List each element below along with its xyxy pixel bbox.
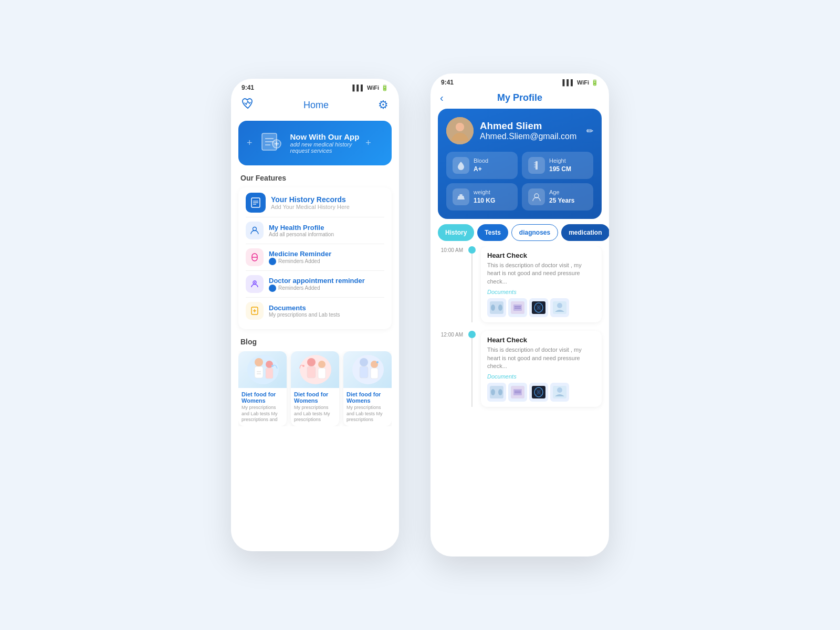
doc-thumb-1-1[interactable] (487, 298, 506, 317)
time-2: 12:00 AM (438, 331, 463, 407)
gear-icon[interactable]: ⚙ (378, 98, 388, 112)
history-entry-2: 12:00 AM Heart Check This is description… (438, 331, 602, 407)
tab-diagnoses[interactable]: diagnoses (511, 224, 558, 241)
feature-block: Your History Records Add Your Medical Hi… (238, 187, 392, 329)
blood-value: A+ (474, 165, 482, 173)
timeline-line-1 (471, 254, 472, 322)
blog-card-img-1 (238, 351, 287, 388)
home-title: Home (303, 100, 329, 111)
edit-profile-button[interactable]: ✏ (586, 126, 593, 136)
stat-blood: Blood A+ (446, 152, 518, 179)
svg-point-64 (498, 389, 502, 395)
tab-tests[interactable]: Tests (477, 224, 508, 241)
doc-thumb-1-2[interactable] (508, 298, 527, 317)
blog-section: Diet food for Womens My prescriptions an… (231, 348, 399, 429)
features-section-label: Our Features (231, 169, 399, 184)
feature-item-medicine-reminder[interactable]: Medicine Reminder Reminders Added (246, 244, 384, 270)
history-scroll[interactable]: 10:00 AM Heart Check This is description… (430, 246, 609, 415)
blog-card-title-2: Diet food for Womens (294, 391, 336, 404)
history-block-title: Your History Records (271, 195, 350, 204)
avatar (446, 117, 474, 144)
svg-rect-46 (459, 194, 463, 196)
height-label: Height (549, 158, 571, 164)
banner-subtitle: add new medical historyrequest services (290, 141, 360, 154)
blog-card-body-1: Diet food for Womens My prescriptions an… (238, 388, 287, 426)
documents-subtitle: My prescriptions and Lab tests (269, 312, 340, 318)
timeline-dot-1 (468, 246, 476, 254)
blog-section-label: Blog (231, 332, 399, 348)
feature-item-doctor-reminder[interactable]: Doctor appointment reminder Reminders Ad… (246, 270, 384, 297)
weight-label: weight (474, 189, 495, 195)
status-time-left: 9:41 (242, 84, 254, 91)
wifi-icon-right: WiFi (577, 79, 589, 86)
svg-point-15 (254, 282, 255, 283)
status-bar-left: 9:41 ▌▌▌ WiFi 🔋 (231, 79, 399, 94)
svg-point-75 (557, 387, 562, 393)
history-card-2[interactable]: Heart Check This is description of docto… (481, 331, 602, 407)
doctor-reminder-icon (246, 275, 264, 293)
top-nav-left: Home ⚙ (231, 94, 399, 118)
heart-icon[interactable] (242, 98, 254, 112)
plus-icon-1: + (247, 138, 253, 149)
plus-icon-2: + (365, 138, 371, 149)
feature-item-health-profile[interactable]: My Health Profile Add all personal infor… (246, 217, 384, 244)
blog-card-2[interactable]: Diet food for Womens My prescriptions an… (291, 351, 339, 426)
battery-icon-left: 🔋 (381, 85, 388, 91)
doc-thumb-2-4[interactable] (550, 383, 569, 402)
blog-card-body-3: Diet food for Womens My prescriptions an… (343, 388, 392, 426)
doctor-reminder-title: Doctor appointment reminder (269, 277, 365, 285)
documents-icon (246, 302, 264, 320)
weight-value: 110 KG (474, 197, 495, 204)
battery-icon-right: 🔋 (591, 79, 598, 86)
documents-title: Documents (269, 304, 340, 312)
blog-card-title-1: Diet food for Womens (242, 391, 284, 404)
height-value: 195 CM (549, 165, 571, 173)
history-block-subtitle: Add Your Medical History Here (271, 204, 350, 210)
profile-card: Ahmed Sliem Ahmed.Sliem@gmail.com ✏ Bloo… (438, 109, 602, 219)
svg-point-61 (557, 303, 562, 308)
svg-point-34 (360, 358, 368, 366)
profile-tabs: History Tests diagnoses medication (430, 224, 609, 246)
svg-rect-23 (266, 368, 273, 379)
height-icon (528, 157, 545, 174)
history-desc-2: This is description of doctor visit , my… (487, 346, 595, 370)
history-block-icon (246, 193, 266, 213)
blog-card-3[interactable]: Diet food for Womens My prescriptions an… (343, 351, 392, 426)
signal-icon-right: ▌▌▌ (562, 79, 574, 86)
profile-email: Ahmed.Sliem@gmail.com (480, 132, 576, 141)
stat-height: Height 195 CM (522, 152, 593, 179)
doc-thumb-1-3[interactable] (529, 298, 548, 317)
profile-nav: ‹ My Profile (430, 89, 609, 109)
tab-medication[interactable]: medication (561, 224, 609, 241)
history-card-1[interactable]: Heart Check This is description of docto… (481, 246, 602, 322)
blog-card-1[interactable]: Diet food for Womens My prescriptions an… (238, 351, 287, 426)
status-time-right: 9:41 (441, 79, 454, 86)
wifi-icon-left: WiFi (367, 85, 379, 91)
doc-label-2: Documents (487, 373, 595, 380)
doc-thumb-2-2[interactable] (508, 383, 527, 402)
blog-card-title-3: Diet food for Womens (346, 391, 388, 404)
blood-icon (453, 157, 469, 174)
health-profile-subtitle: Add all personal information (269, 232, 334, 237)
medicine-reminder-icon (246, 248, 264, 266)
status-icons-left: ▌▌▌ WiFi 🔋 (352, 85, 388, 91)
svg-point-28 (307, 358, 316, 366)
promo-banner[interactable]: + Now With Our App add new medical histo… (238, 121, 392, 165)
svg-rect-35 (360, 366, 368, 378)
profile-name: Ahmed Sliem (480, 120, 576, 132)
feature-header: Your History Records Add Your Medical Hi… (246, 193, 384, 217)
svg-rect-29 (307, 366, 316, 378)
doc-thumb-2-1[interactable] (487, 383, 506, 402)
doc-thumb-1-4[interactable] (550, 298, 569, 317)
blog-card-desc-2: My prescriptions and Lab tests My prescr… (294, 405, 336, 423)
svg-point-49 (491, 304, 495, 311)
feature-item-documents[interactable]: Documents My prescriptions and Lab tests (246, 297, 384, 324)
medicine-badge (269, 258, 276, 265)
doc-thumb-2-3[interactable] (529, 383, 548, 402)
back-button[interactable]: ‹ (440, 92, 444, 104)
blood-stat-text: Blood A+ (474, 158, 488, 173)
timeline-dot-2 (468, 331, 476, 338)
tab-history[interactable]: History (438, 224, 474, 241)
profile-user-row: Ahmed Sliem Ahmed.Sliem@gmail.com ✏ (446, 117, 593, 144)
svg-rect-52 (513, 304, 522, 311)
